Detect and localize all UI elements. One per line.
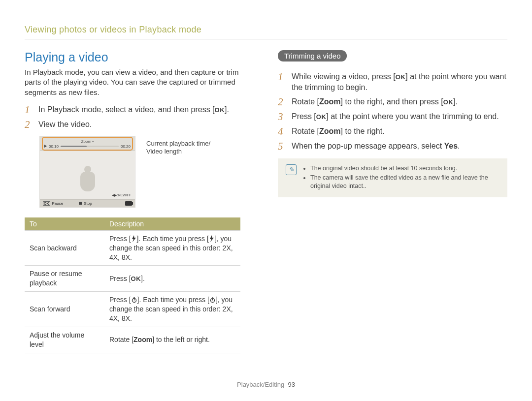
step-text: Press [OK] at the point where you want t… [292,111,507,122]
table-row: Pause or resume playback Press [OK]. [25,266,240,292]
step-text: View the video. [38,119,254,130]
step-number: 1 [278,71,287,82]
text-fragment: While viewing a video, press [ [292,72,396,81]
flash-icon [131,235,137,242]
ok-icon: OK [316,113,327,122]
text-fragment: ]. [141,275,145,282]
trim-step-1: 1 While viewing a video, press [OK] at t… [278,71,507,93]
flash-icon [209,235,215,242]
screenshot-topbar: Zoom ▪ 00:10 00:20 [40,136,135,151]
step-text: In Playback mode, select a video, and th… [38,104,254,115]
table-header-description: Description [104,217,240,231]
text-fragment: ]. Each time you press [ [137,235,209,243]
text-fragment: ] to the right. [341,127,385,135]
text-fragment: Press [ [292,112,316,121]
ok-icon: OK [131,275,141,283]
yes-label: Yes [444,142,458,150]
trim-step-3: 3 Press [OK] at the point where you want… [278,111,507,122]
text-fragment: Rotate [ [292,127,319,135]
step-2: 2 View the video. [25,119,254,130]
left-column: Playing a video In Playback mode, you ca… [25,50,254,353]
footer-section: Playback/Editing [237,381,284,388]
step-text: While viewing a video, press [OK] at the… [292,71,507,93]
text-fragment: ] to the right, and then press [ [341,97,443,106]
table-header-to: To [25,217,104,231]
text-fragment: ]. [225,105,229,114]
screenshot-body: ◀▶:REW/FF [40,151,135,199]
step-1: 1 In Playback mode, select a video, and … [25,104,254,115]
cell-action: Adjust the volume level [25,327,104,353]
table-row: Adjust the volume level Rotate [Zoom] to… [25,327,240,353]
text-fragment: ] to the left or right. [152,336,210,343]
stop-label: Stop [84,201,92,206]
step-number: 4 [278,126,287,137]
text-fragment: Press [ [109,235,131,243]
ok-button-icon: OK [43,201,50,206]
timer-icon [131,297,137,303]
table-row: Scan backward Press []. Each time you pr… [25,230,240,266]
cell-description: Press []. Each time you press [], you ch… [104,292,240,327]
note-list: The original video should be at least 10… [303,164,499,191]
note-item: The camera will save the edited video as… [310,174,499,190]
zoom-label: Zoom ▪ [44,139,131,144]
battery-icon [125,201,132,206]
current-time: 00:10 [49,144,59,149]
trim-step-2: 2 Rotate [Zoom] to the right, and then p… [278,96,507,107]
note-box: ✎ The original video should be at least … [278,158,507,197]
step-number: 3 [278,111,287,122]
text-fragment: . [458,142,460,150]
text-fragment: Rotate [ [292,97,319,106]
cell-description: Press [OK]. [104,266,240,292]
two-column-layout: Playing a video In Playback mode, you ca… [25,50,507,353]
time-row: 00:10 00:20 [44,144,131,149]
camera-screenshot: Zoom ▪ 00:10 00:20 [39,136,135,208]
text-fragment: ]. Each time you press [ [137,296,209,304]
ok-icon: OK [396,73,406,82]
zoom-label: Zoom [319,127,341,135]
subsection-pill: Trimming a video [278,50,347,62]
screenshot-with-callout: Zoom ▪ 00:10 00:20 [39,136,254,208]
intro-paragraph: In Playback mode, you can view a video, … [25,67,254,97]
controls-table: To Description Scan backward Press []. E… [25,217,240,353]
section-title: Playing a video [25,50,254,64]
page-footer: Playback/Editing 93 [0,381,532,388]
text-fragment: When the pop-up message appears, select [292,142,444,150]
text-fragment: Press [ [109,275,131,282]
highlighted-region: Zoom ▪ 00:10 00:20 [43,138,132,149]
step-text: When the pop-up message appears, select … [292,141,507,152]
cell-description: Rotate [Zoom] to the left or right. [104,327,240,353]
step-text: Rotate [Zoom] to the right, and then pre… [292,96,507,107]
ok-icon: OK [443,98,454,107]
timer-icon [209,297,216,303]
page: Viewing photos or videos in Playback mod… [0,0,532,401]
cell-action: Scan backward [25,230,104,266]
cell-description: Press []. Each time you press [], you ch… [104,230,240,266]
note-icon: ✎ [286,164,297,175]
rewff-label: ◀▶:REW/FF [112,193,131,197]
step-text: Rotate [Zoom] to the right. [292,126,507,137]
zoom-label: Zoom [319,97,341,106]
callout-text: Current playback time/ Video length [146,136,210,156]
page-number: 93 [288,381,295,388]
total-time: 00:20 [121,144,131,149]
pause-label: Pause [52,201,64,206]
text-fragment: In Playback mode, select a video, and th… [38,105,215,114]
trim-step-5: 5 When the pop-up message appears, selec… [278,141,507,152]
step-number: 2 [25,119,33,130]
text-fragment: Rotate [ [109,336,133,343]
cell-action: Pause or resume playback [25,266,104,292]
progress-bar [61,146,119,147]
figure-silhouette [80,166,95,195]
breadcrumb-header: Viewing photos or videos in Playback mod… [25,25,507,35]
stop-icon [79,202,82,205]
ok-icon: OK [215,106,225,115]
text-fragment: ] at the point where you want the trimmi… [326,112,499,121]
play-icon [44,145,47,148]
cell-action: Scan forward [25,292,104,327]
text-fragment: Press [ [109,296,131,304]
text-fragment: ]. [453,97,458,106]
step-number: 2 [278,96,287,107]
screenshot-bottombar: OK Pause Stop [40,199,135,207]
header-rule [25,39,507,39]
zoom-label: Zoom [133,336,152,343]
